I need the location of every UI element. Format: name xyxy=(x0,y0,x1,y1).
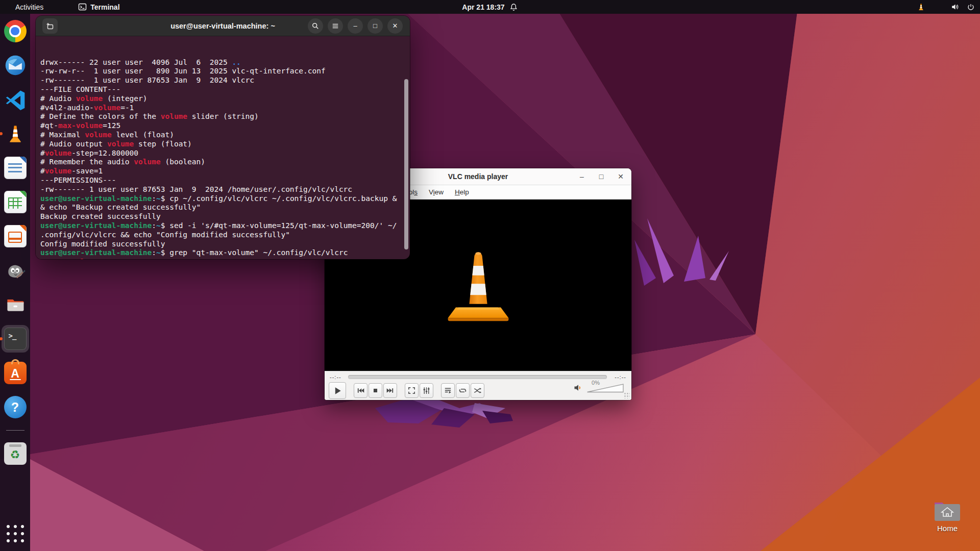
folder-icon xyxy=(934,500,961,522)
next-icon xyxy=(386,386,395,395)
libreoffice-writer-icon xyxy=(4,157,27,179)
equalizer-icon xyxy=(422,386,431,395)
loop-icon xyxy=(458,386,467,395)
running-indicator xyxy=(0,132,3,135)
volume-status-icon[interactable] xyxy=(951,3,960,11)
menu-button[interactable] xyxy=(328,18,343,34)
vlc-extended-settings-button[interactable] xyxy=(420,383,433,398)
resize-grip[interactable] xyxy=(624,392,630,398)
home-label: Home xyxy=(929,524,966,533)
search-icon xyxy=(312,22,319,30)
gimp-icon xyxy=(4,259,27,282)
vlc-menu-view[interactable]: View xyxy=(424,187,448,197)
vlc-loop-button[interactable] xyxy=(456,383,470,398)
dock-item-vscode[interactable] xyxy=(4,88,27,111)
system-tray xyxy=(917,3,975,11)
dock-item-writer[interactable] xyxy=(4,157,27,179)
home-folder-icon[interactable]: Home xyxy=(929,500,966,533)
hamburger-icon xyxy=(332,22,339,30)
previous-icon xyxy=(356,386,365,395)
vlc-menu-help[interactable]: Help xyxy=(450,187,474,197)
shuffle-icon xyxy=(473,386,482,395)
new-tab-button[interactable] xyxy=(42,18,58,34)
vlc-previous-button[interactable] xyxy=(354,383,368,398)
vlc-maximize-button[interactable]: □ xyxy=(597,172,606,181)
ubuntu-software-icon: A xyxy=(4,362,27,384)
vlc-random-button[interactable] xyxy=(471,383,484,398)
dock-item-show-apps[interactable] xyxy=(4,522,27,545)
terminal-line: #v4l2-audio-volume=-1 xyxy=(40,104,402,113)
terminal-line: #volume-step=12.800000 xyxy=(40,149,402,158)
dock-item-terminal[interactable]: >_ xyxy=(4,328,27,350)
dock-item-help[interactable]: ? xyxy=(4,396,27,418)
vlc-close-button[interactable]: ✕ xyxy=(616,172,625,181)
vlc-icon xyxy=(4,122,27,145)
chrome-icon xyxy=(4,20,27,42)
vlc-volume-slider[interactable] xyxy=(586,383,624,393)
terminal-maximize-button[interactable]: □ xyxy=(368,18,383,34)
trash-icon: ♻ xyxy=(4,442,27,465)
vlc-minimize-button[interactable]: – xyxy=(577,172,586,181)
terminal-line: user@user-virtual-machine:~$ cp ~/.confi… xyxy=(40,194,402,204)
clock[interactable]: Apr 21 18:37 xyxy=(462,3,518,11)
terminal-line: -rw------- 1 user user 87653 Jan 9 2024 … xyxy=(40,185,402,194)
vlc-play-button[interactable] xyxy=(329,382,346,399)
terminal-line: #qt-max-volume=125 xyxy=(40,121,402,131)
terminal-scrollbar[interactable] xyxy=(404,79,408,249)
dock-item-calc[interactable] xyxy=(4,191,27,213)
dock-item-vlc[interactable] xyxy=(4,122,27,145)
terminal-titlebar[interactable]: user@user-virtual-machine: ~ – □ ✕ xyxy=(36,16,410,36)
terminal-line: # Audio output volume step (float) xyxy=(40,140,402,149)
dock-item-impress[interactable] xyxy=(4,225,27,247)
terminal-line: Config modified successfully xyxy=(40,240,402,249)
gnome-top-bar: Activities Terminal Apr 21 18:37 xyxy=(0,0,980,14)
show-apps-icon xyxy=(5,523,26,544)
running-indicator xyxy=(0,337,3,340)
terminal-line: qt-max-volume=200 xyxy=(40,258,402,259)
dock-item-thunderbird[interactable] xyxy=(4,54,27,77)
focused-app-label: Terminal xyxy=(90,3,119,11)
dock-item-files[interactable] xyxy=(4,293,27,316)
vlc-playlist-button[interactable] xyxy=(441,383,455,398)
terminal-line: user@user-virtual-machine:~$ sed -i 's/#… xyxy=(40,221,402,231)
terminal-line: user@user-virtual-machine:~$ grep "qt-ma… xyxy=(40,248,402,258)
vlc-seek-slider[interactable] xyxy=(348,375,607,379)
dock: >_A?♻ xyxy=(0,14,30,551)
dock-item-trash[interactable]: ♻ xyxy=(4,442,27,465)
vlc-time-total: --:-- xyxy=(615,374,626,380)
desktop: { "top_bar": { "activities_label": "Acti… xyxy=(0,0,980,551)
terminal-line: # Define the colors of the volume slider… xyxy=(40,112,402,121)
terminal-line: & echo "Backup created successfully" xyxy=(40,203,402,212)
dock-item-chrome[interactable] xyxy=(4,20,27,42)
terminal-minimize-button[interactable]: – xyxy=(348,18,363,34)
vlc-cone-logo xyxy=(445,249,512,322)
terminal-output: drwx------ 22 user user 4096 Jul 6 2025 … xyxy=(40,58,402,259)
terminal-line: .config/vlc/vlcrc && echo "Config modifi… xyxy=(40,231,402,240)
terminal-close-button[interactable]: ✕ xyxy=(387,18,403,34)
dock-item-gimp[interactable] xyxy=(4,259,27,282)
dock-item-software[interactable]: A xyxy=(4,362,27,384)
terminal-app-icon xyxy=(78,3,87,11)
thunderbird-icon xyxy=(4,54,27,77)
terminal-line: -rw------- 1 user user 87653 Jan 9 2024 … xyxy=(40,76,402,85)
fullscreen-icon xyxy=(407,386,416,395)
terminal-line: Backup created successfully xyxy=(40,212,402,221)
focused-app-indicator[interactable]: Terminal xyxy=(78,3,119,11)
search-button[interactable] xyxy=(308,18,323,34)
vlc-tray-icon[interactable] xyxy=(917,3,925,11)
terminal-line: # Audio volume (integer) xyxy=(40,94,402,104)
terminal-line: drwx------ 22 user user 4096 Jul 6 2025 … xyxy=(40,58,402,67)
terminal-content[interactable]: drwx------ 22 user user 4096 Jul 6 2025 … xyxy=(36,36,410,259)
terminal-line: ---FILE CONTENT--- xyxy=(40,85,402,94)
playlist-icon xyxy=(444,386,452,395)
vlc-fullscreen-button[interactable] xyxy=(405,383,419,398)
files-icon xyxy=(4,293,27,316)
activities-button[interactable]: Activities xyxy=(10,2,48,12)
dock-divider xyxy=(6,430,24,431)
notification-bell-icon xyxy=(510,3,518,11)
vlc-stop-button[interactable] xyxy=(369,383,382,398)
power-icon[interactable] xyxy=(967,3,975,11)
terminal-line: # Remember the audio volume (boolean) xyxy=(40,158,402,167)
vlc-next-button[interactable] xyxy=(383,383,397,398)
terminal-line: ---PERMISSIONS--- xyxy=(40,176,402,185)
